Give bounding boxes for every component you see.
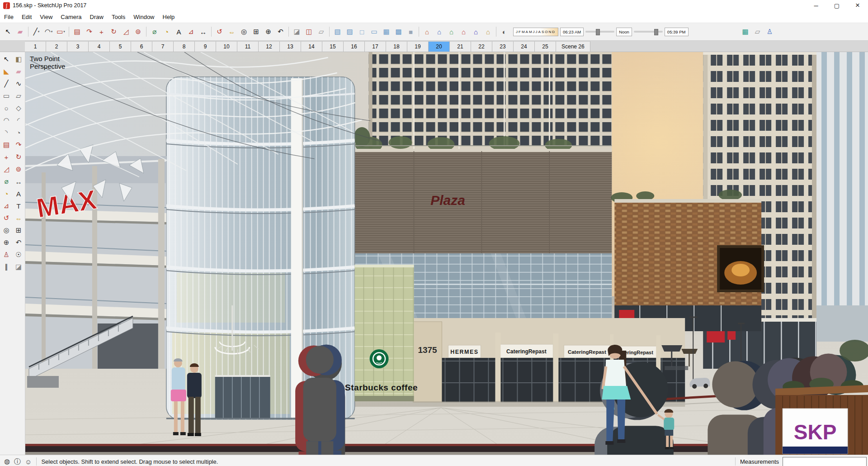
tool-shaded[interactable]: ▦ <box>381 26 392 38</box>
menu-window[interactable]: Window <box>129 11 158 23</box>
tool-protractor[interactable]: ◔ <box>0 188 12 200</box>
tool-view-top[interactable]: ⌂ <box>434 26 445 38</box>
tool-view-left[interactable]: ⌂ <box>482 26 494 38</box>
tool-move[interactable]: + <box>96 26 107 38</box>
tool-rotate[interactable]: ↻ <box>108 26 119 38</box>
tool-three-point-arc[interactable]: ◝ <box>0 127 12 138</box>
tool-protractor[interactable]: ◔ <box>161 26 172 38</box>
scene-tab-12[interactable]: 12 <box>259 41 280 52</box>
scene-tab-1[interactable]: 1 <box>25 41 46 52</box>
tool-offset[interactable]: ⊚ <box>132 26 144 38</box>
scene-tab-5[interactable]: 5 <box>110 41 131 52</box>
tool-push-pull[interactable]: ▤ <box>0 139 12 151</box>
tool-look-around[interactable]: ☉ <box>13 249 24 261</box>
tool-walk[interactable]: ∥ <box>0 261 12 273</box>
tool-scale[interactable]: ◿ <box>120 26 132 38</box>
tool-pan[interactable]: ⇔ <box>226 26 237 38</box>
scene-tab-10[interactable]: 10 <box>216 41 237 52</box>
tool-styles[interactable]: ▦ <box>740 26 751 38</box>
menu-edit[interactable]: Edit <box>18 11 36 23</box>
tool-3d-text[interactable]: T <box>13 200 24 212</box>
tool-text[interactable]: A <box>173 26 184 38</box>
tool-circle[interactable]: ○ <box>0 102 12 114</box>
tool-section-plane[interactable]: ◪ <box>13 261 24 273</box>
tool-dimensions[interactable]: ↔ <box>13 176 24 187</box>
tool-tags[interactable]: ▱ <box>752 26 763 38</box>
scene-tab-6[interactable]: 6 <box>131 41 152 52</box>
tool-section-display[interactable]: ▱ <box>316 26 327 38</box>
tool-view-back[interactable]: ⌂ <box>470 26 481 38</box>
tool-view-right[interactable]: ⌂ <box>458 26 469 38</box>
scene-tab-13[interactable]: 13 <box>280 41 301 52</box>
scene-tab-19[interactable]: 19 <box>407 41 429 52</box>
scene-tab-20[interactable]: 20 <box>429 41 450 52</box>
tool-zoom[interactable]: ◎ <box>0 224 12 236</box>
shadow-time-slider[interactable] <box>585 31 614 33</box>
tool-line[interactable]: ╱▾ <box>31 26 42 38</box>
tool-position-camera[interactable]: ♙ <box>0 249 12 261</box>
tool-two-point-arc[interactable]: ◜ <box>13 114 24 126</box>
chevron-down-icon[interactable]: ▾ <box>63 30 65 33</box>
scene-tab-17[interactable]: 17 <box>365 41 386 52</box>
scene-tab-23[interactable]: 23 <box>492 41 514 52</box>
tool-x-ray[interactable]: ▧ <box>332 26 343 38</box>
tool-make-component[interactable]: ◧ <box>13 53 24 65</box>
menu-help[interactable]: Help <box>159 11 179 23</box>
tool-polygon[interactable]: ◇ <box>13 102 24 114</box>
tool-wireframe[interactable]: □ <box>356 26 368 38</box>
tool-zoom-window[interactable]: ⊞ <box>250 26 262 38</box>
scene-tab-16[interactable]: 16 <box>344 41 365 52</box>
shadow-time-slider-2[interactable] <box>634 31 663 33</box>
tool-section-plane[interactable]: ◪ <box>291 26 302 38</box>
geolocation-icon[interactable]: ◍ <box>4 457 10 466</box>
credits-icon[interactable]: ☺ <box>25 458 32 466</box>
menu-tools[interactable]: Tools <box>108 11 129 23</box>
maximize-button[interactable]: ▢ <box>826 0 847 11</box>
scene-tab-3[interactable]: 3 <box>67 41 89 52</box>
tool-zoom-extents[interactable]: ⊕ <box>263 26 274 38</box>
close-button[interactable]: × <box>847 0 868 11</box>
scene-tab-18[interactable]: 18 <box>386 41 407 52</box>
measurements-input[interactable] <box>783 457 867 466</box>
model-viewport[interactable]: Plaza <box>25 52 868 455</box>
tool-view-iso[interactable]: ⌂ <box>421 26 433 38</box>
menu-file[interactable]: File <box>0 11 18 23</box>
scene-tab-14[interactable]: 14 <box>301 41 322 52</box>
chevron-down-icon[interactable]: ▾ <box>51 30 53 33</box>
minimize-button[interactable]: ─ <box>806 0 826 11</box>
viewport-canvas[interactable]: Plaza <box>25 52 868 455</box>
scene-tab-25[interactable]: 25 <box>535 41 556 52</box>
scene-tab-9[interactable]: 9 <box>195 41 216 52</box>
tool-move[interactable]: + <box>0 151 12 163</box>
scene-tab-scene-26[interactable]: Scene 26 <box>556 41 590 52</box>
tool-view-front[interactable]: ⌂ <box>446 26 457 38</box>
tool-axes[interactable]: ⊿ <box>185 26 197 38</box>
tool-select[interactable]: ↖ <box>2 26 14 38</box>
tool-offset[interactable]: ⊚ <box>13 163 24 175</box>
scene-tab-24[interactable]: 24 <box>514 41 535 52</box>
tool-previous[interactable]: ↶ <box>13 237 24 248</box>
tool-orbit[interactable]: ↺ <box>214 26 225 38</box>
tool-push-pull[interactable]: ▤ <box>71 26 83 38</box>
tool-zoom-window[interactable]: ⊞ <box>13 224 24 236</box>
scene-tab-15[interactable]: 15 <box>322 41 344 52</box>
slider-thumb[interactable] <box>654 29 658 35</box>
slider-thumb[interactable] <box>596 29 600 35</box>
shadow-date-slider[interactable]: JFMAMJJASOND <box>513 28 558 36</box>
info-icon[interactable]: ⓘ <box>14 457 21 466</box>
tool-shaded-textures[interactable]: ▩ <box>393 26 404 38</box>
tool-rectangle[interactable]: ▭ <box>0 90 12 102</box>
tool-rotate[interactable]: ↻ <box>13 151 24 163</box>
scene-tab-21[interactable]: 21 <box>450 41 471 52</box>
scene-tab-11[interactable]: 11 <box>237 41 259 52</box>
tool-text[interactable]: A <box>13 188 24 200</box>
tool-add-person[interactable]: ♙ <box>764 26 775 38</box>
tool-pan[interactable]: ⇔ <box>13 212 24 224</box>
tool-follow-me[interactable]: ↷ <box>13 139 24 151</box>
tool-orbit[interactable]: ↺ <box>0 212 12 224</box>
tool-shapes[interactable]: ▭▾ <box>55 26 66 38</box>
tool-arcs[interactable]: ◠▾ <box>43 26 54 38</box>
tool-back-edges[interactable]: ▨ <box>344 26 355 38</box>
scene-tab-22[interactable]: 22 <box>471 41 492 52</box>
menu-view[interactable]: View <box>36 11 57 23</box>
